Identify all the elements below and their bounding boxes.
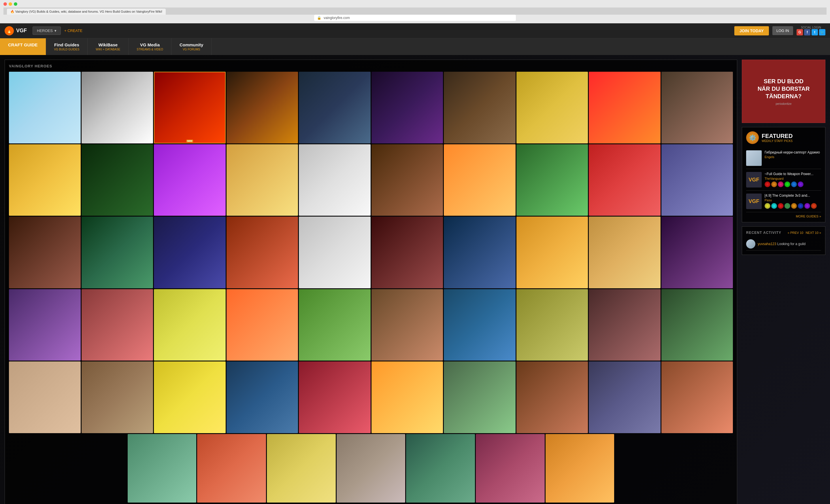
prev-button[interactable]: « PREV 10 xyxy=(788,231,803,234)
hero-thumb-50[interactable] xyxy=(662,362,733,433)
hero-thumb-34[interactable] xyxy=(226,289,298,361)
guide-author-1: Engels xyxy=(765,155,820,159)
tab-craft-guide[interactable]: CRAFT GUIDE xyxy=(0,38,46,55)
hero-thumb-16[interactable] xyxy=(372,144,443,216)
hero-thumb-57[interactable] xyxy=(546,434,614,503)
hero-thumb-48[interactable] xyxy=(516,362,588,433)
guide-item-2[interactable]: VGF ~Full Guide to Weapon Power... TheVa… xyxy=(746,169,821,191)
guide-icons-3 xyxy=(765,203,817,209)
heroes-dropdown[interactable]: HEROES ▾ xyxy=(33,27,61,35)
hero-thumb-36[interactable] xyxy=(372,289,443,361)
hero-thumb-15[interactable] xyxy=(299,144,371,216)
more-guides-link[interactable]: MORE GUIDES » xyxy=(746,212,821,218)
traffic-light-green[interactable] xyxy=(14,2,17,6)
guide-item-1[interactable]: Гибридный керри-саппорт Адажио Engels xyxy=(746,147,821,169)
hero-thumb-47[interactable] xyxy=(444,362,516,433)
featured-subtitle: WEEKLY STAFF PICKS xyxy=(762,139,793,142)
hero-thumb-24[interactable] xyxy=(226,216,298,288)
hero-thumb-18[interactable] xyxy=(516,144,588,216)
hero-thumb-41[interactable] xyxy=(9,362,81,433)
hero-thumb-45[interactable] xyxy=(299,362,371,433)
guide-info-1: Гибридный керри-саппорт Адажио Engels xyxy=(765,150,820,166)
google-login-icon[interactable]: G xyxy=(797,29,803,35)
hero-thumb-35[interactable] xyxy=(299,289,371,361)
vg-media-label: VG Media xyxy=(137,42,163,47)
social-icon-1[interactable]: t xyxy=(811,29,818,35)
hero-thumb-42[interactable] xyxy=(82,362,153,433)
facebook-login-icon[interactable]: f xyxy=(804,29,810,35)
tab-favicon: 🔥 xyxy=(10,10,14,13)
hero-thumb-28[interactable] xyxy=(516,216,588,288)
guide-thumb-1 xyxy=(746,150,762,166)
recent-activity-nav: « PREV 10 NEXT 10 » xyxy=(788,231,821,234)
hero-thumb-1[interactable] xyxy=(9,72,81,143)
hero-thumb-55[interactable] xyxy=(406,434,475,503)
hero-thumb-25[interactable] xyxy=(299,216,371,288)
hero-thumb-44[interactable] xyxy=(226,362,298,433)
hero-thumb-32[interactable] xyxy=(82,289,153,361)
hero-thumb-56[interactable] xyxy=(476,434,545,503)
hero-thumb-21[interactable] xyxy=(9,216,81,288)
featured-title-block: FEATURED WEEKLY STAFF PICKS xyxy=(762,133,793,142)
hero-thumb-31[interactable] xyxy=(9,289,81,361)
recent-username: yuvsaha123 xyxy=(758,242,776,246)
tab-community[interactable]: Community VG FORUMS xyxy=(171,38,212,55)
browser-tab[interactable]: 🔥 Vainglory (VG) Builds & Guides, wiki, … xyxy=(7,9,166,15)
hero-thumb-51[interactable] xyxy=(128,434,196,503)
hero-thumb-8[interactable] xyxy=(516,72,588,143)
url-bar[interactable]: vaingloryfire.com xyxy=(324,16,350,20)
hero-thumb-27[interactable] xyxy=(444,216,516,288)
hero-thumb-17[interactable] xyxy=(444,144,516,216)
hero-thumb-9[interactable] xyxy=(589,72,661,143)
chevron-down-icon: ▾ xyxy=(55,29,57,33)
user-avatar xyxy=(746,239,755,248)
guide-item-3[interactable]: VGF [4.9] The Complete 3v3 and... Pasu xyxy=(746,191,821,212)
create-button[interactable]: + CREATE xyxy=(64,29,83,33)
hero-thumb-10[interactable] xyxy=(662,72,733,143)
ad-sidebar-link[interactable]: periodonttze xyxy=(775,102,791,105)
traffic-light-red[interactable] xyxy=(3,2,7,6)
hero-thumb-39[interactable] xyxy=(589,289,661,361)
guide-icons-2 xyxy=(765,181,813,187)
join-today-button[interactable]: JOIN TODAY xyxy=(734,26,769,35)
hero-thumb-6[interactable] xyxy=(372,72,443,143)
hero-thumb-33[interactable] xyxy=(154,289,226,361)
hero-thumb-14[interactable] xyxy=(226,144,298,216)
hero-thumb-4[interactable] xyxy=(226,72,298,143)
guide-icon-sm xyxy=(765,203,770,209)
featured-icon: ⚙️ xyxy=(746,131,759,144)
log-in-button[interactable]: LOG IN xyxy=(772,26,793,35)
hero-thumb-7[interactable] xyxy=(444,72,516,143)
hero-thumb-13[interactable] xyxy=(154,144,226,216)
logo[interactable]: 🔥 VGF xyxy=(5,26,27,35)
hero-thumb-23[interactable] xyxy=(154,216,226,288)
hero-thumb-43[interactable] xyxy=(154,362,226,433)
hero-thumb-52[interactable] xyxy=(197,434,266,503)
traffic-light-yellow[interactable] xyxy=(9,2,12,6)
hero-thumb-54[interactable] xyxy=(337,434,406,503)
next-button[interactable]: NEXT 10 » xyxy=(805,231,821,234)
hero-thumb-46[interactable] xyxy=(372,362,443,433)
twitter-login-icon[interactable]: 🐦 xyxy=(819,29,825,35)
hero-thumb-49[interactable] xyxy=(589,362,661,433)
hero-thumb-37[interactable] xyxy=(444,289,516,361)
hero-thumb-30[interactable] xyxy=(662,216,733,288)
hero-thumb-3[interactable]: NEW xyxy=(154,72,226,143)
hero-thumb-19[interactable] xyxy=(589,144,661,216)
hero-thumb-20[interactable] xyxy=(662,144,733,216)
hero-thumb-53[interactable] xyxy=(267,434,336,503)
tab-find-guides[interactable]: Find Guides VG BUILD GUIDES xyxy=(46,38,88,55)
hero-thumb-12[interactable] xyxy=(82,144,153,216)
featured-title: FEATURED xyxy=(762,133,793,139)
hero-thumb-29[interactable] xyxy=(589,216,661,288)
hero-thumb-38[interactable] xyxy=(516,289,588,361)
hero-thumb-22[interactable] xyxy=(82,216,153,288)
hero-thumb-40[interactable] xyxy=(662,289,733,361)
tab-vg-media[interactable]: VG Media STREAMS & VIDEO xyxy=(129,38,171,55)
guide-icon-sm xyxy=(791,181,797,187)
hero-thumb-5[interactable] xyxy=(299,72,371,143)
tab-wikibase[interactable]: WikiBase WIKI + DATABASE xyxy=(88,38,129,55)
hero-thumb-2[interactable] xyxy=(82,72,153,143)
hero-thumb-11[interactable] xyxy=(9,144,81,216)
hero-thumb-26[interactable] xyxy=(372,216,443,288)
